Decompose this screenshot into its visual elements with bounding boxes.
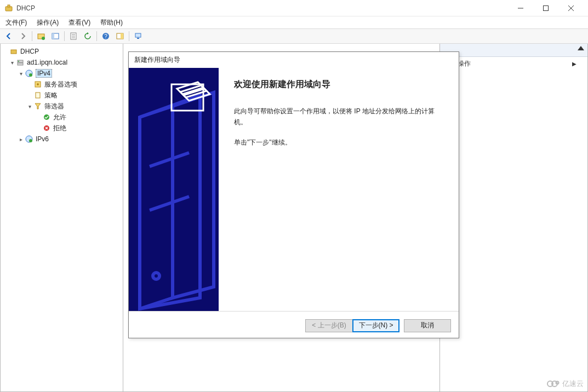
tree-label: IPv6 (36, 135, 49, 143)
collapse-icon[interactable]: ▾ (8, 60, 16, 66)
server-button[interactable] (132, 30, 145, 42)
toolbar: ? (0, 28, 588, 44)
wizard-content: 欢迎使用新建作用域向导 此向导可帮助你设置一个作用域，以便将 IP 地址分发给网… (219, 68, 459, 311)
tree-server[interactable]: ▾ ad1.ipqn.local (1, 57, 123, 68)
tree-label: 服务器选项 (44, 80, 77, 89)
actions-panel: 操作 多操作 ▶ (440, 44, 588, 392)
svg-rect-17 (121, 33, 123, 39)
minimize-button[interactable] (508, 0, 533, 16)
refresh-button[interactable] (81, 30, 94, 42)
properties-button[interactable] (67, 30, 80, 42)
svg-rect-20 (11, 50, 16, 54)
svg-point-34 (29, 139, 32, 142)
menu-action[interactable]: 操作(A) (35, 17, 61, 28)
svg-rect-19 (137, 38, 139, 39)
expand-icon[interactable]: ▸ (17, 136, 25, 142)
back-button[interactable] (2, 30, 15, 42)
watermark-text: 亿速云 (562, 379, 584, 389)
window-title: DHCP (16, 4, 508, 12)
svg-rect-28 (36, 93, 40, 98)
tree-label: 允许 (53, 113, 66, 122)
svg-rect-18 (135, 33, 141, 37)
menu-help[interactable]: 帮助(H) (98, 17, 125, 28)
tree-root[interactable]: DHCP (1, 46, 123, 57)
svg-point-23 (18, 61, 19, 62)
wizard-back-button[interactable]: < 上一步(B) (305, 319, 352, 332)
wizard-title: 新建作用域向导 (129, 52, 459, 68)
svg-point-27 (37, 83, 39, 85)
collapse-arrow-icon[interactable] (578, 46, 584, 50)
toolbar-separator (64, 31, 65, 41)
svg-text:?: ? (104, 33, 107, 39)
actions-more-ops[interactable]: 多操作 ▶ (440, 57, 587, 70)
tree-label: ad1.ipqn.local (27, 59, 67, 66)
tree-allow[interactable]: 允许 (1, 112, 123, 123)
forward-button[interactable] (16, 30, 30, 42)
svg-rect-9 (52, 33, 54, 39)
wizard-body-2: 单击"下一步"继续。 (234, 137, 443, 148)
toolbar-separator (32, 31, 32, 41)
dhcp-app-icon (4, 4, 13, 13)
filter-icon (33, 102, 42, 111)
toolbar-separator (129, 31, 129, 41)
tree-label: IPv4 (36, 69, 52, 78)
menu-bar: 文件(F) 操作(A) 查看(V) 帮助(H) (0, 16, 588, 28)
action-pane-button[interactable] (113, 30, 127, 42)
tree-server-options[interactable]: 服务器选项 (1, 79, 123, 90)
show-hide-console-button[interactable] (49, 30, 62, 42)
svg-point-7 (42, 37, 45, 40)
menu-file[interactable]: 文件(F) (3, 17, 29, 28)
tree-label: 策略 (44, 91, 58, 100)
wizard-body-1: 此向导可帮助你设置一个作用域，以便将 IP 地址分发给网络上的计算机。 (234, 106, 443, 128)
wizard-heading: 欢迎使用新建作用域向导 (234, 79, 443, 90)
toolbar-separator (96, 31, 97, 41)
watermark: 亿速云 (546, 379, 584, 389)
svg-point-25 (29, 73, 32, 77)
collapse-icon[interactable]: ▾ (17, 71, 25, 77)
new-scope-wizard: 新建作用域向导 (128, 51, 459, 338)
chevron-right-icon: ▶ (572, 61, 576, 67)
wizard-banner (129, 68, 219, 311)
tree-ipv4[interactable]: ▾ IPv4 (1, 68, 123, 79)
options-icon (33, 80, 42, 89)
svg-rect-22 (18, 63, 23, 65)
actions-header[interactable]: 操作 (440, 44, 587, 57)
maximize-button[interactable] (533, 0, 558, 16)
tree-policy[interactable]: 策略 (1, 90, 123, 101)
window-controls (508, 0, 584, 16)
new-scope-button[interactable] (35, 30, 48, 42)
svg-rect-1 (8, 5, 10, 7)
tree-deny[interactable]: 拒绝 (1, 123, 123, 134)
policy-icon (33, 91, 42, 100)
tree-label: 筛选器 (44, 102, 64, 111)
menu-view[interactable]: 查看(V) (66, 17, 93, 28)
tree-label: 拒绝 (53, 124, 66, 133)
close-button[interactable] (558, 0, 584, 16)
help-button[interactable]: ? (99, 30, 112, 42)
wizard-nav-buttons: < 上一步(B) 下一步(N) > (305, 319, 399, 332)
tree-label: DHCP (20, 48, 39, 55)
tree-ipv6[interactable]: ▸ IPv6 (1, 134, 123, 145)
collapse-icon[interactable]: ▾ (26, 103, 33, 109)
dhcp-icon (9, 47, 18, 56)
svg-rect-3 (544, 5, 549, 10)
tree-panel[interactable]: DHCP ▾ ad1.ipqn.local ▾ IPv4 服务器选项 策略 ▾ … (0, 44, 123, 392)
allow-icon (42, 113, 51, 122)
wizard-cancel-button[interactable]: 取消 (404, 319, 451, 332)
ipv4-icon (25, 69, 33, 78)
wizard-body: 欢迎使用新建作用域向导 此向导可帮助你设置一个作用域，以便将 IP 地址分发给网… (129, 68, 459, 311)
ipv6-icon (25, 135, 33, 143)
deny-icon (42, 124, 51, 132)
wizard-next-button[interactable]: 下一步(N) > (352, 319, 399, 332)
tree-filter[interactable]: ▾ 筛选器 (1, 101, 123, 112)
server-icon (16, 58, 25, 67)
wizard-footer: < 上一步(B) 下一步(N) > 取消 (129, 311, 459, 339)
title-bar: DHCP (0, 0, 588, 16)
